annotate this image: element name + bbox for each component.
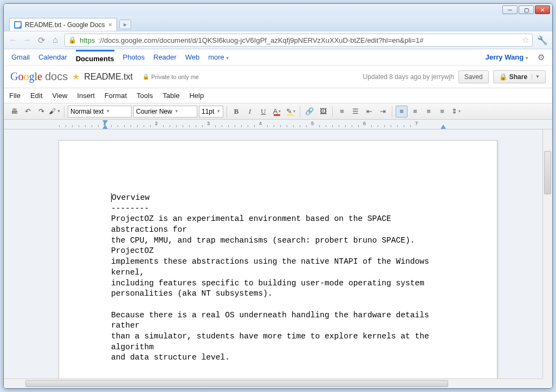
lock-icon: 🔒 [143, 74, 149, 80]
minimize-button[interactable]: ─ [502, 5, 518, 14]
doc-icon [14, 21, 22, 29]
line-spacing-button[interactable]: ⇕▾ [450, 106, 462, 117]
document-header: Google docs ★ README.txt 🔒 Private to on… [4, 66, 552, 88]
chevron-down-icon: ▼ [525, 56, 529, 61]
menu-tools[interactable]: Tools [137, 92, 153, 100]
scrollbar-thumb[interactable] [544, 151, 551, 194]
window-titlebar: ─ ▢ ✕ [4, 4, 552, 16]
chevron-down-icon: ▼ [106, 109, 110, 114]
new-tab-button[interactable]: ▸ [119, 19, 131, 29]
gbar-link-gmail[interactable]: Gmail [11, 53, 30, 61]
bold-button[interactable]: B [230, 106, 242, 117]
print-button[interactable]: 🖶 [8, 106, 20, 117]
bookmark-star-icon[interactable]: ☆ [522, 35, 529, 45]
insert-image-button[interactable]: 🖼 [317, 106, 329, 117]
paint-format-button[interactable]: 🖌▼ [49, 106, 61, 117]
undo-button[interactable]: ↶ [22, 106, 34, 117]
gbar-link-web[interactable]: Web [185, 53, 200, 61]
text-color-button[interactable]: A▾ [271, 106, 283, 117]
redo-button[interactable]: ↷ [35, 106, 47, 117]
gbar-link-photos[interactable]: Photos [123, 53, 145, 61]
chevron-down-icon: ▾ [458, 109, 461, 114]
menu-file[interactable]: File [9, 92, 21, 100]
ruler-number: 3 [207, 121, 210, 126]
settings-gear-icon[interactable]: ⚙ [538, 53, 545, 62]
align-justify-button[interactable]: ≡ [436, 106, 448, 117]
document-text[interactable]: Overview -------- ProjectOZ is an experi… [111, 193, 445, 363]
user-menu[interactable]: Jerry Wang▼ [486, 53, 529, 61]
tab-close-icon[interactable]: × [108, 21, 112, 29]
ruler-number: 6 [363, 121, 366, 126]
align-center-button[interactable]: ≡ [409, 106, 421, 117]
scrollbar-thumb[interactable] [25, 380, 448, 387]
font-select[interactable]: Courier New▼ [133, 106, 197, 117]
highlight-button[interactable]: ✎▾ [285, 106, 296, 117]
align-left-button[interactable]: ≡ [396, 106, 408, 117]
document-title[interactable]: README.txt [84, 72, 133, 82]
document-area[interactable]: Overview -------- ProjectOZ is an experi… [4, 129, 552, 388]
font-size-select[interactable]: 11pt▼ [199, 106, 223, 117]
lock-icon: 🔒 [68, 36, 76, 44]
address-bar[interactable]: 🔒 https ://docs.google.com/document/d/1Q… [64, 34, 533, 47]
menu-view[interactable]: View [52, 92, 67, 100]
menu-insert[interactable]: Insert [77, 92, 95, 100]
star-icon[interactable]: ★ [72, 71, 80, 82]
align-right-button[interactable]: ≡ [423, 106, 435, 117]
gbar-link-documents[interactable]: Documents [76, 50, 114, 63]
italic-button[interactable]: I [244, 106, 256, 117]
underline-button[interactable]: U [257, 106, 269, 117]
browser-tabstrip: README.txt - Google Docs × ▸ [4, 16, 552, 31]
gbar-more[interactable]: more▼ [208, 53, 230, 61]
saved-button[interactable]: Saved [458, 70, 489, 83]
close-button[interactable]: ✕ [535, 5, 550, 14]
forward-button[interactable]: → [22, 35, 32, 45]
chevron-down-icon: ▾ [279, 109, 281, 114]
format-toolbar: 🖶 ↶ ↷ 🖌▼ Normal text▼ Courier New▼ 11pt▼… [4, 103, 552, 120]
google-docs-logo[interactable]: Google docs [10, 70, 68, 83]
home-button[interactable]: ⌂ [50, 35, 60, 45]
reload-button[interactable]: ⟳ [36, 35, 46, 45]
browser-toolbar: ← → ⟳ ⌂ 🔒 https ://docs.google.com/docum… [4, 31, 552, 49]
vertical-scrollbar[interactable] [542, 129, 552, 378]
page[interactable]: Overview -------- ProjectOZ is an experi… [59, 140, 497, 388]
tab-title: README.txt - Google Docs [25, 21, 105, 29]
horizontal-scrollbar[interactable] [4, 378, 542, 388]
numbered-list-button[interactable]: ≡ [336, 106, 348, 117]
ruler-number: 5 [311, 121, 314, 126]
menu-help[interactable]: Help [189, 92, 204, 100]
scroll-corner [542, 378, 552, 388]
google-bar: Gmail Calendar Documents Photos Reader W… [4, 49, 552, 66]
chevron-down-icon: ▼ [225, 56, 230, 61]
share-button[interactable]: 🔒 Share ▼ [493, 70, 546, 83]
paragraph-style-select[interactable]: Normal text▼ [68, 106, 132, 117]
decrease-indent-button[interactable]: ⇤ [363, 106, 375, 117]
last-updated-text: Updated 8 days ago by jerrywjh [363, 73, 454, 81]
menu-edit[interactable]: Edit [30, 92, 42, 100]
url-text: ://docs.google.com/document/d/1QKSI6kuog… [98, 36, 519, 44]
bulleted-list-button[interactable]: ☰ [350, 106, 361, 117]
ruler-number: 7 [415, 121, 418, 126]
menu-bar: File Edit View Insert Format Tools Table… [4, 88, 552, 103]
gbar-link-calendar[interactable]: Calendar [38, 53, 67, 61]
back-button[interactable]: ← [8, 35, 18, 45]
increase-indent-button[interactable]: ⇥ [377, 106, 389, 117]
browser-tab[interactable]: README.txt - Google Docs × [9, 18, 117, 31]
ruler-number: 2 [155, 121, 158, 126]
ruler-number: 4 [259, 121, 262, 126]
document-viewport: Overview -------- ProjectOZ is an experi… [4, 129, 552, 388]
menu-table[interactable]: Table [163, 92, 179, 100]
maximize-button[interactable]: ▢ [519, 5, 534, 14]
lock-icon: 🔒 [499, 73, 507, 81]
chevron-down-icon: ▼ [216, 109, 221, 114]
gbar-link-reader[interactable]: Reader [153, 53, 177, 61]
right-indent-marker[interactable] [441, 125, 446, 129]
insert-link-button[interactable]: 🔗 [303, 106, 315, 117]
chevron-down-icon[interactable]: ▼ [532, 74, 540, 79]
chevron-down-icon: ▼ [174, 109, 179, 114]
menu-format[interactable]: Format [105, 92, 127, 100]
wrench-menu-icon[interactable]: 🔧 [537, 35, 548, 45]
url-scheme: https [80, 36, 95, 44]
privacy-indicator[interactable]: 🔒 Private to only me [143, 74, 199, 80]
app-window: ─ ▢ ✕ README.txt - Google Docs × ▸ ← → ⟳… [3, 3, 553, 389]
ruler[interactable]: 1234567 [4, 120, 552, 129]
